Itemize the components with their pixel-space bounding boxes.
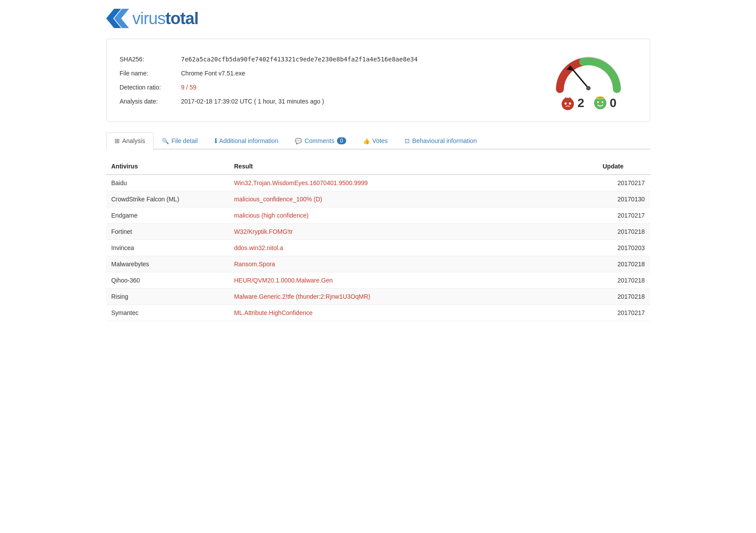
cell-update: 20170203	[598, 240, 650, 256]
devil-icon	[560, 95, 576, 111]
cell-result: malicious (high confidence)	[229, 207, 598, 224]
cell-antivirus: Endgame	[106, 207, 229, 224]
sha256-value: 7e62a5ca20cfb5da90fe7402f413321c9ede7e23…	[181, 56, 418, 63]
detection-value: 9 / 59	[181, 84, 197, 91]
table-row: RisingMalware.Generic.2!tfe (thunder:2:R…	[106, 289, 650, 305]
comment-icon: 💬	[295, 138, 302, 144]
cell-result: ML.Attribute.HighConfidence	[229, 305, 598, 321]
analysis-date-value: 2017-02-18 17:39:02 UTC ( 1 hour, 31 min…	[181, 98, 324, 105]
clean-count: 0	[610, 96, 617, 110]
cell-result: W32/Kryptik.FOMG!tr	[229, 224, 598, 240]
svg-point-9	[569, 103, 571, 105]
table-row: CrowdStrike Falcon (ML)malicious_confide…	[106, 191, 650, 207]
gauge-chart	[553, 50, 623, 93]
cell-antivirus: Malwarebytes	[106, 256, 229, 272]
cell-antivirus: Fortinet	[106, 224, 229, 240]
col-header-update: Update	[598, 158, 650, 175]
logo-icon	[106, 9, 129, 28]
cell-update: 20170217	[598, 305, 650, 321]
cell-result: malicious_confidence_100% (D)	[229, 191, 598, 207]
tab-additional-info[interactable]: ℹ Additional information	[206, 132, 287, 149]
info-icon: ℹ	[215, 137, 217, 144]
info-fields: SHA256: 7e62a5ca20cfb5da90fe7402f413321c…	[120, 56, 540, 105]
cell-result: Ransom.Spora	[229, 256, 598, 272]
detection-row: Detection ratio: 9 / 59	[120, 84, 540, 91]
cell-antivirus: Rising	[106, 289, 229, 305]
results-table: Antivirus Result Update BaiduWin32.Troja…	[106, 158, 650, 321]
search-icon: 🔍	[162, 138, 169, 144]
svg-line-2	[570, 66, 588, 88]
table-row: Qihoo-360HEUR/QVM20.1.0000.Malware.Gen20…	[106, 272, 650, 289]
cell-update: 20170218	[598, 289, 650, 305]
gauge-area: 2 0	[540, 50, 637, 111]
table-row: FortinetW32/Kryptik.FOMG!tr20170218	[106, 224, 650, 240]
vote-icon: 👍	[363, 138, 370, 144]
table-header-row: Antivirus Result Update	[106, 158, 650, 175]
grid-icon: ⊡	[405, 137, 410, 144]
tabs-bar: ⊞ Analysis 🔍 File detail ℹ Additional in…	[106, 132, 650, 150]
cell-result: Win32.Trojan.WisdomEyes.16070401.9500.99…	[229, 175, 598, 191]
malicious-count: 2	[577, 96, 584, 110]
cell-antivirus: Invincea	[106, 240, 229, 256]
analysis-date-row: Analysis date: 2017-02-18 17:39:02 UTC (…	[120, 98, 540, 105]
malicious-score: 2	[560, 95, 584, 111]
logo-text: virustotal	[133, 9, 198, 28]
tab-votes[interactable]: 👍 Votes	[355, 132, 396, 149]
cell-update: 20170218	[598, 272, 650, 289]
logo: virustotal	[106, 9, 650, 28]
svg-point-8	[564, 103, 566, 105]
table-icon: ⊞	[115, 137, 120, 144]
table-row: MalwarebytesRansom.Spora20170218	[106, 256, 650, 272]
svg-point-13	[602, 101, 603, 103]
cell-antivirus: Baidu	[106, 175, 229, 191]
comments-badge: 0	[337, 137, 346, 144]
cell-result: ddos.win32.nitol.a	[229, 240, 598, 256]
cell-update: 20170217	[598, 175, 650, 191]
clean-score: 0	[592, 95, 617, 111]
sha256-label: SHA256:	[120, 56, 181, 63]
cell-update: 20170130	[598, 191, 650, 207]
detection-label: Detection ratio:	[120, 84, 181, 91]
svg-point-3	[586, 86, 591, 90]
col-header-antivirus: Antivirus	[106, 158, 229, 175]
svg-point-12	[597, 101, 599, 103]
cell-result: HEUR/QVM20.1.0000.Malware.Gen	[229, 272, 598, 289]
col-header-result: Result	[229, 158, 598, 175]
smiley-icon	[592, 95, 608, 111]
sha256-row: SHA256: 7e62a5ca20cfb5da90fe7402f413321c…	[120, 56, 540, 63]
cell-update: 20170218	[598, 256, 650, 272]
cell-result: Malware.Generic.2!tfe (thunder:2:Rjnw1U3…	[229, 289, 598, 305]
tab-analysis[interactable]: ⊞ Analysis	[106, 132, 154, 150]
table-row: BaiduWin32.Trojan.WisdomEyes.16070401.95…	[106, 175, 650, 191]
tab-file-detail[interactable]: 🔍 File detail	[154, 132, 206, 149]
filename-row: File name: Chrome Font v7.51.exe	[120, 70, 540, 77]
info-card: SHA256: 7e62a5ca20cfb5da90fe7402f413321c…	[106, 39, 650, 122]
table-row: Endgamemalicious (high confidence)201702…	[106, 207, 650, 224]
filename-label: File name:	[120, 70, 181, 77]
tab-behavioural[interactable]: ⊡ Behavioural information	[396, 132, 485, 149]
table-row: Invinceaddos.win32.nitol.a20170203	[106, 240, 650, 256]
svg-point-5	[562, 98, 574, 110]
cell-antivirus: CrowdStrike Falcon (ML)	[106, 191, 229, 207]
gauge-scores: 2 0	[560, 95, 616, 111]
cell-antivirus: Qihoo-360	[106, 272, 229, 289]
analysis-date-label: Analysis date:	[120, 98, 181, 105]
tab-comments[interactable]: 💬 Comments 0	[287, 132, 354, 149]
table-row: SymantecML.Attribute.HighConfidence20170…	[106, 305, 650, 321]
cell-update: 20170217	[598, 207, 650, 224]
cell-antivirus: Symantec	[106, 305, 229, 321]
filename-value: Chrome Font v7.51.exe	[181, 70, 245, 77]
cell-update: 20170218	[598, 224, 650, 240]
